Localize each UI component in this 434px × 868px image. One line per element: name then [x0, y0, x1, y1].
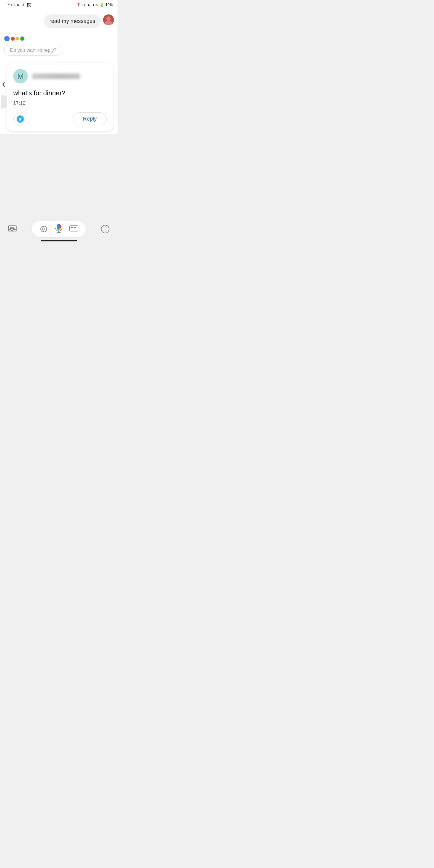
nav-arrow-icon: ➤	[17, 3, 20, 7]
time-display: 17:13	[5, 3, 15, 7]
bottom-bar	[0, 218, 118, 247]
dot-red	[11, 37, 15, 41]
battery-icon: 🔋	[99, 3, 104, 7]
user-message-text: read my messages	[50, 18, 95, 24]
dot-green	[20, 36, 24, 41]
user-avatar	[103, 14, 114, 25]
main-content: read my messages Do you want to reply?	[0, 8, 118, 218]
gallery-icon: 🖼	[27, 3, 31, 7]
message-card-wrapper: ❮ M what's for dinner? 17:10 Reply	[0, 60, 118, 134]
inbox-button[interactable]	[6, 223, 19, 236]
dot-yellow	[16, 37, 19, 40]
sender-initial: M	[17, 72, 24, 81]
slack-icon: ✳	[22, 3, 25, 7]
status-bar: 17:13 ➤ ✳ 🖼 📍 ⊖ ▲ ▲✕ 🔋 19%	[0, 0, 118, 8]
message-text: what's for dinner?	[13, 89, 107, 98]
signal-icon: ▲✕	[92, 3, 98, 7]
user-message-area: read my messages	[0, 8, 118, 33]
card-header: M	[13, 69, 107, 84]
user-message-bubble: read my messages	[44, 14, 101, 28]
svg-point-2	[105, 21, 112, 25]
user-avatar-image	[103, 14, 114, 25]
microphone-button[interactable]	[53, 224, 64, 235]
svg-point-8	[42, 228, 45, 230]
svg-point-1	[106, 16, 111, 21]
status-right: 📍 ⊖ ▲ ▲✕ 🔋 19%	[76, 3, 113, 7]
grey-empty-area	[0, 134, 118, 218]
sender-avatar: M	[13, 69, 28, 84]
status-left: 17:13 ➤ ✳ 🖼	[5, 3, 31, 7]
center-pill	[32, 221, 86, 237]
battery-percent: 19%	[105, 3, 113, 7]
sender-name-blurred	[32, 73, 80, 79]
telegram-button[interactable]	[13, 112, 27, 126]
lens-button[interactable]	[38, 224, 49, 235]
home-indicator	[41, 240, 77, 241]
wifi-icon: ▲	[87, 3, 90, 7]
google-assistant-dots	[4, 36, 113, 41]
svg-rect-16	[70, 226, 78, 231]
discover-button[interactable]	[99, 223, 112, 236]
dnd-icon: ⊖	[82, 3, 85, 7]
assistant-suggestion[interactable]: Do you want to reply?	[4, 45, 62, 56]
dot-blue	[4, 36, 10, 41]
reply-button[interactable]: Reply	[73, 113, 107, 125]
card-actions: Reply	[13, 112, 107, 126]
location-icon: 📍	[76, 3, 81, 7]
bottom-actions	[0, 221, 118, 237]
card-scroll-left[interactable]: ❮	[0, 63, 7, 87]
message-card: M what's for dinner? 17:10 Reply	[7, 63, 113, 131]
keyboard-button[interactable]	[68, 224, 79, 235]
side-scroll-indicator	[1, 95, 7, 108]
assistant-area: Do you want to reply?	[0, 33, 118, 60]
message-time: 17:10	[13, 101, 107, 106]
